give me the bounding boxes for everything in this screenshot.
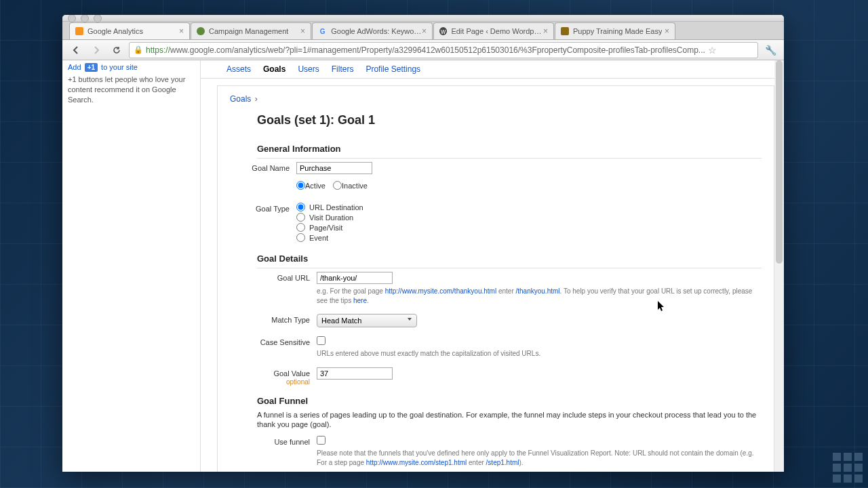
settings-wrench-icon[interactable]: 🔧 — [762, 42, 778, 58]
label-case-sensitive: Case Sensitive — [238, 336, 317, 359]
goal-url-hint: e.g. For the goal page http://www.mysite… — [317, 287, 762, 305]
goal-url-tips-link[interactable]: here — [353, 297, 367, 304]
pt-favicon-icon — [561, 27, 569, 35]
label-goal-value: Goal Value optional — [257, 367, 317, 386]
window-title-bar — [62, 15, 784, 22]
browser-window: Google Analytics × Campaign Management ×… — [62, 15, 784, 472]
close-icon[interactable]: × — [179, 26, 184, 36]
close-icon[interactable]: × — [422, 26, 427, 36]
match-type-select-wrap: Head Match — [317, 314, 417, 327]
status-inactive-radio[interactable] — [333, 181, 342, 190]
tab-filters[interactable]: Filters — [332, 64, 354, 74]
wp-favicon-icon: w — [439, 27, 447, 35]
lock-icon: 🔒 — [134, 45, 143, 54]
breadcrumb: Goals › — [218, 86, 774, 109]
close-icon[interactable]: × — [543, 26, 548, 36]
nav-bar: 🔒 https:// www.google.com/analytics/web/… — [62, 40, 784, 60]
tab-label: Puppy Training Made Easy — [573, 27, 662, 35]
row-case-sensitive: Case Sensitive URLs entered above must e… — [218, 331, 774, 362]
tab-puppy-training[interactable]: Puppy Training Made Easy × — [555, 22, 675, 39]
goal-type-page-radio[interactable] — [296, 223, 305, 232]
tab-google-analytics[interactable]: Google Analytics × — [69, 22, 190, 39]
zoom-window-button[interactable] — [94, 15, 102, 22]
reload-button[interactable] — [108, 42, 125, 58]
tab-strip: Google Analytics × Campaign Management ×… — [62, 22, 784, 40]
row-status: Active Inactive — [218, 178, 774, 195]
back-button[interactable] — [68, 42, 84, 58]
match-type-select[interactable]: Head Match — [317, 314, 417, 327]
goal-type-visit-label: Visit Duration — [309, 214, 353, 222]
tab-profile-settings[interactable]: Profile Settings — [366, 64, 420, 74]
plusone-promo: Add +1 to your site +1 buttons let peopl… — [68, 63, 195, 105]
label-goal-type: Goal Type — [230, 203, 296, 243]
funnel-step-example-path-link[interactable]: /step1.html — [486, 459, 519, 466]
tab-campaign-management[interactable]: Campaign Management × — [191, 22, 311, 39]
minimize-window-button[interactable] — [81, 15, 89, 22]
profile-tabs: Assets Goals Users Filters Profile Setti… — [201, 60, 774, 79]
label-use-funnel: Use funnel — [257, 436, 317, 467]
section-goal-details: Goal Details — [257, 253, 762, 268]
url-protocol: https:// — [146, 45, 170, 55]
status-active-radio[interactable] — [296, 181, 305, 190]
funnel-note: Please note that the funnels that you've… — [317, 449, 762, 467]
goal-url-example-path-link[interactable]: /thankyou.html — [516, 287, 560, 295]
funnel-description: A funnel is a series of pages leading up… — [218, 407, 774, 433]
breadcrumb-separator: › — [255, 94, 258, 104]
goal-type-url-radio[interactable] — [296, 203, 305, 211]
section-goal-funnel: Goal Funnel — [257, 396, 762, 407]
row-match-type: Match Type Head Match — [218, 308, 774, 331]
tab-label: Google AdWords: Keyword T — [331, 27, 422, 35]
row-use-funnel: Use funnel Please note that the funnels … — [218, 432, 774, 470]
plusone-badge-icon[interactable]: +1 — [85, 63, 98, 72]
case-sensitive-checkbox[interactable] — [317, 336, 326, 345]
goal-url-input[interactable] — [317, 272, 393, 284]
page-title: Goals (set 1): Goal 1 — [218, 109, 774, 137]
goal-form-panel: Goals › Goals (set 1): Goal 1 General In… — [217, 85, 774, 472]
scrollbar-thumb[interactable] — [776, 60, 783, 264]
tab-label: Campaign Management — [209, 27, 288, 35]
url-bar[interactable]: 🔒 https:// www.google.com/analytics/web/… — [129, 42, 758, 58]
tab-assets[interactable]: Assets — [226, 64, 251, 74]
tab-adwords[interactable]: G Google AdWords: Keyword T × — [312, 22, 433, 39]
close-icon[interactable]: × — [300, 26, 305, 36]
tab-users[interactable]: Users — [298, 64, 319, 74]
ga-favicon-icon — [75, 27, 83, 35]
goal-type-visit-radio[interactable] — [296, 213, 305, 222]
tab-label: Google Analytics — [87, 27, 143, 35]
to-site-link[interactable]: to your site — [101, 63, 138, 71]
desktop-grid-icon — [833, 453, 863, 483]
forward-button[interactable] — [88, 42, 104, 58]
tab-label: Edit Page ‹ Demo Wordpress — [451, 27, 543, 35]
label-match-type: Match Type — [257, 314, 317, 327]
cm-favicon-icon — [197, 27, 205, 35]
scrollbar-track[interactable] — [774, 60, 784, 472]
use-funnel-checkbox[interactable] — [317, 436, 326, 445]
plusone-description: +1 buttons let people who love your cont… — [68, 75, 195, 105]
funnel-step-example-link[interactable]: http://www.mysite.com/step1.html — [366, 459, 467, 466]
content-area: Add +1 to your site +1 buttons let peopl… — [62, 60, 784, 472]
form-actions: Save Cancel — [218, 470, 774, 472]
goal-type-event-radio[interactable] — [296, 233, 305, 242]
goal-value-input[interactable] — [317, 367, 393, 380]
goal-type-event-label: Event — [309, 234, 328, 242]
close-window-button[interactable] — [68, 15, 76, 22]
status-active-label: Active — [305, 182, 326, 190]
row-goal-value: Goal Value optional — [218, 362, 774, 389]
section-general-information: General Information — [257, 144, 762, 159]
row-goal-name: Goal Name — [218, 159, 774, 178]
label-goal-name: Goal Name — [230, 162, 296, 174]
bookmark-star-icon[interactable]: ☆ — [708, 45, 717, 56]
breadcrumb-goals-link[interactable]: Goals — [230, 94, 251, 104]
goal-type-page-label: Page/Visit — [309, 224, 342, 232]
row-goal-url: Goal URL e.g. For the goal page http://w… — [218, 268, 774, 308]
tab-wordpress[interactable]: w Edit Page ‹ Demo Wordpress × — [433, 22, 554, 39]
tab-goals[interactable]: Goals — [263, 64, 285, 74]
optional-label: optional — [286, 378, 310, 386]
close-icon[interactable]: × — [665, 26, 669, 36]
url-text: www.google.com/analytics/web/?pli=1#mana… — [170, 45, 705, 55]
mouse-cursor-icon — [658, 301, 666, 313]
add-link[interactable]: Add — [68, 63, 81, 71]
goal-url-example-link[interactable]: http://www.mysite.com/thankyou.html — [385, 287, 497, 295]
goal-name-input[interactable] — [296, 162, 372, 174]
row-goal-type: Goal Type URL Destination Visit Duration… — [218, 195, 774, 247]
